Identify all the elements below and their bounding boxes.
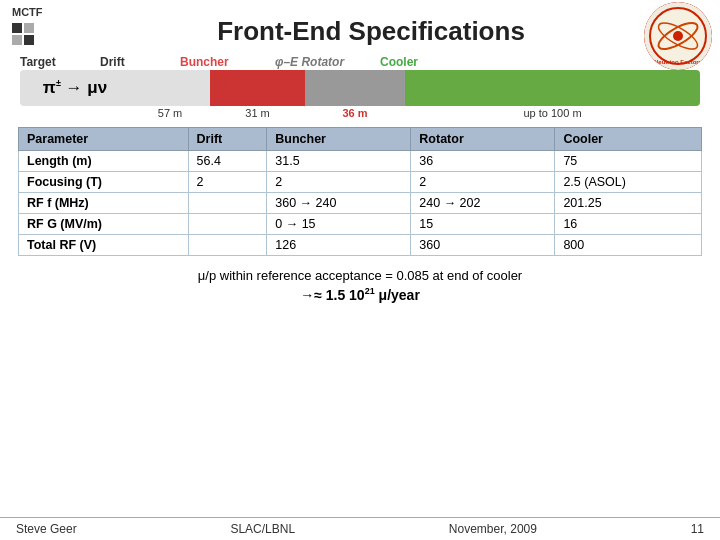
beam-buncher-seg bbox=[210, 70, 305, 106]
bottom-right-page: 11 bbox=[691, 522, 704, 536]
beam-drift-seg bbox=[130, 70, 210, 106]
beam-diagram: Target Drift Buncher φ–E Rotator Cooler … bbox=[0, 51, 720, 121]
cell-value: 0 → 15 bbox=[267, 214, 411, 235]
mctf-sq-2 bbox=[24, 23, 34, 33]
cell-value: 2 bbox=[411, 172, 555, 193]
footer-line2: →≈ 1.5 1021 μ/year bbox=[0, 285, 720, 306]
beam-cooler-seg bbox=[405, 70, 700, 106]
beam-formula-seg: π± → μν bbox=[20, 70, 130, 106]
col-header-drift: Drift bbox=[188, 128, 267, 151]
header: MCTF Front-End Specifications Neutrino F… bbox=[0, 0, 720, 49]
page-title: Front-End Specifications bbox=[34, 6, 708, 47]
footer-highlight: 1.5 1021 μ/year bbox=[326, 287, 420, 303]
beam-formula-text: π± → μν bbox=[43, 78, 107, 98]
cell-value: 201.25 bbox=[555, 193, 702, 214]
dist-57: 57 m bbox=[130, 107, 210, 119]
data-table-area: Parameter Drift Buncher Rotator Cooler L… bbox=[0, 121, 720, 260]
label-target: Target bbox=[20, 55, 100, 69]
bottom-bar: Steve Geer SLAC/LBNL November, 2009 11 bbox=[0, 517, 720, 540]
dist-36: 36 m bbox=[305, 107, 405, 119]
bottom-right-date: November, 2009 bbox=[449, 522, 537, 536]
label-drift: Drift bbox=[100, 55, 180, 69]
mctf-sq-3 bbox=[12, 35, 22, 45]
cell-value: 15 bbox=[411, 214, 555, 235]
table-header-row: Parameter Drift Buncher Rotator Cooler bbox=[19, 128, 702, 151]
cell-value bbox=[188, 235, 267, 256]
cell-value: 56.4 bbox=[188, 151, 267, 172]
cell-value: 75 bbox=[555, 151, 702, 172]
specifications-table: Parameter Drift Buncher Rotator Cooler L… bbox=[18, 127, 702, 256]
dist-row: 57 m 31 m 36 m up to 100 m bbox=[20, 107, 700, 119]
bottom-left: Steve Geer bbox=[16, 522, 77, 536]
cell-param: Focusing (T) bbox=[19, 172, 189, 193]
cell-value: 16 bbox=[555, 214, 702, 235]
cell-value: 31.5 bbox=[267, 151, 411, 172]
beam-bar: π± → μν bbox=[20, 70, 700, 106]
label-cooler: Cooler bbox=[380, 55, 480, 69]
cell-param: RF G (MV/m) bbox=[19, 214, 189, 235]
beam-rotator-seg bbox=[305, 70, 405, 106]
cell-value: 2 bbox=[267, 172, 411, 193]
cell-value: 360 → 240 bbox=[267, 193, 411, 214]
cell-value: 2.5 (ASOL) bbox=[555, 172, 702, 193]
label-rotator: φ–E Rotator bbox=[275, 55, 380, 69]
cell-value: 800 bbox=[555, 235, 702, 256]
mctf-sq-1 bbox=[12, 23, 22, 33]
cell-value: 2 bbox=[188, 172, 267, 193]
cell-value: 240 → 202 bbox=[411, 193, 555, 214]
mctf-icon bbox=[12, 23, 34, 45]
dist-100: up to 100 m bbox=[405, 107, 700, 119]
footer-info: μ/p within reference acceptance = 0.085 … bbox=[0, 266, 720, 307]
dist-31: 31 m bbox=[210, 107, 305, 119]
cell-param: Length (m) bbox=[19, 151, 189, 172]
bottom-center: SLAC/LBNL bbox=[230, 522, 295, 536]
cell-value: 126 bbox=[267, 235, 411, 256]
cell-value: 360 bbox=[411, 235, 555, 256]
label-buncher: Buncher bbox=[180, 55, 275, 69]
cell-value: 36 bbox=[411, 151, 555, 172]
footer-line1: μ/p within reference acceptance = 0.085 … bbox=[0, 266, 720, 286]
col-header-parameter: Parameter bbox=[19, 128, 189, 151]
col-header-rotator: Rotator bbox=[411, 128, 555, 151]
cell-param: Total RF (V) bbox=[19, 235, 189, 256]
mctf-label: MCTF bbox=[12, 6, 43, 18]
beam-labels-row: Target Drift Buncher φ–E Rotator Cooler bbox=[20, 55, 700, 69]
mctf-sq-4 bbox=[24, 35, 34, 45]
col-header-buncher: Buncher bbox=[267, 128, 411, 151]
col-header-cooler: Cooler bbox=[555, 128, 702, 151]
cell-value bbox=[188, 193, 267, 214]
cell-value bbox=[188, 214, 267, 235]
svg-point-4 bbox=[673, 31, 683, 41]
cell-param: RF f (MHz) bbox=[19, 193, 189, 214]
